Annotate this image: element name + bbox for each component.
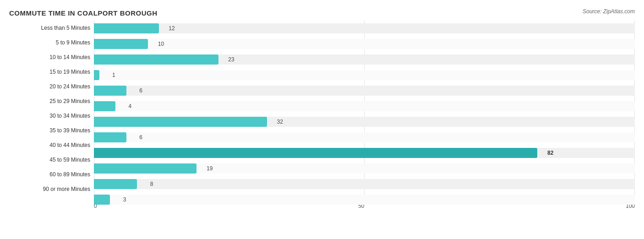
y-label-11: 90 or more Minutes	[9, 182, 94, 196]
bar-fill-10: 8	[94, 179, 137, 189]
bar-fill-3: 1	[94, 70, 99, 80]
bar-track-6: 32	[94, 117, 635, 127]
bar-fill-1: 10	[94, 39, 148, 49]
bars-section: 121023164326821983 0 50 100	[94, 21, 635, 209]
bar-value-10: 8	[150, 181, 153, 187]
bar-value-6: 32	[277, 119, 283, 125]
bar-track-8: 82	[94, 148, 635, 158]
bar-row-4: 6	[94, 83, 635, 98]
bar-value-7: 6	[139, 134, 142, 141]
bar-row-1: 10	[94, 36, 635, 52]
bar-value-0: 12	[169, 25, 175, 32]
bar-value-5: 4	[129, 103, 132, 109]
source-text: Source: ZipAtlas.com	[583, 8, 635, 15]
y-label-10: 60 to 89 Minutes	[9, 167, 94, 182]
bar-row-8: 82	[94, 145, 635, 161]
y-label-0: Less than 5 Minutes	[9, 21, 94, 35]
y-label-5: 25 to 29 Minutes	[9, 94, 94, 109]
bar-fill-5: 4	[94, 101, 115, 111]
bar-track-4: 6	[94, 86, 635, 96]
y-label-6: 30 to 34 Minutes	[9, 109, 94, 123]
bar-fill-6: 32	[94, 117, 267, 127]
bar-track-2: 23	[94, 54, 635, 65]
y-label-1: 5 to 9 Minutes	[9, 35, 94, 50]
bar-fill-9: 19	[94, 163, 196, 174]
bar-row-9: 19	[94, 161, 635, 176]
bar-row-2: 23	[94, 52, 635, 67]
y-label-2: 10 to 14 Minutes	[9, 50, 94, 65]
y-label-9: 45 to 59 Minutes	[9, 152, 94, 167]
bar-track-9: 19	[94, 163, 635, 174]
bar-fill-2: 23	[94, 54, 218, 65]
bar-fill-4: 6	[94, 86, 126, 96]
bar-track-1: 10	[94, 39, 635, 49]
y-label-3: 15 to 19 Minutes	[9, 65, 94, 79]
chart-container: COMMUTE TIME IN COALPORT BOROUGH Source:…	[0, 0, 644, 239]
bar-fill-8: 82	[94, 148, 537, 158]
bars-wrapper: 121023164326821983	[94, 21, 635, 220]
bar-track-3: 1	[94, 70, 635, 80]
chart-title: COMMUTE TIME IN COALPORT BOROUGH	[9, 9, 635, 17]
y-label-7: 35 to 39 Minutes	[9, 123, 94, 138]
bar-value-2: 23	[228, 56, 234, 63]
bar-value-11: 3	[123, 196, 126, 203]
bar-row-3: 1	[94, 67, 635, 83]
bar-fill-7: 6	[94, 132, 126, 142]
chart-area: Less than 5 Minutes5 to 9 Minutes10 to 1…	[9, 21, 635, 209]
y-label-8: 40 to 44 Minutes	[9, 138, 94, 152]
bar-fill-0: 12	[94, 23, 159, 33]
bar-value-1: 10	[158, 41, 164, 47]
y-label-4: 20 to 24 Minutes	[9, 79, 94, 94]
bar-track-7: 6	[94, 132, 635, 142]
bar-row-7: 6	[94, 130, 635, 145]
bar-row-6: 32	[94, 114, 635, 130]
bar-track-11: 3	[94, 195, 635, 205]
bar-track-0: 12	[94, 23, 635, 33]
bar-row-11: 3	[94, 192, 635, 207]
y-labels: Less than 5 Minutes5 to 9 Minutes10 to 1…	[9, 21, 94, 209]
bar-row-5: 4	[94, 98, 635, 114]
bar-value-3: 1	[112, 72, 115, 78]
bar-fill-11: 3	[94, 195, 110, 205]
bar-track-10: 8	[94, 179, 635, 189]
bar-row-0: 12	[94, 21, 635, 36]
bar-row-10: 8	[94, 176, 635, 192]
bar-value-9: 19	[207, 165, 213, 172]
bar-value-8: 82	[547, 150, 553, 156]
bar-track-5: 4	[94, 101, 635, 111]
bar-value-4: 6	[139, 87, 142, 94]
